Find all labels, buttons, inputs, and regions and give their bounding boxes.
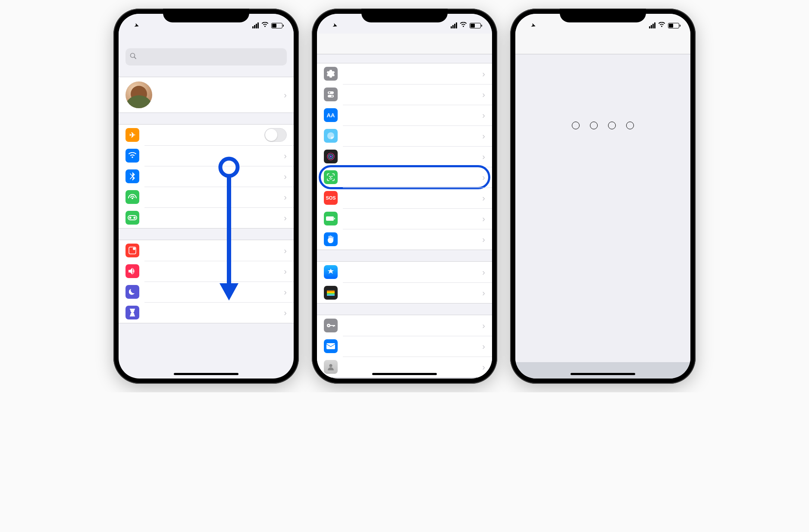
chevron-right-icon: ›: [284, 151, 287, 161]
search-icon: [130, 53, 137, 61]
svg-rect-22: [327, 293, 335, 294]
wifi-icon: [261, 22, 269, 29]
siri-icon: [324, 150, 338, 163]
chevron-right-icon: ›: [284, 213, 287, 223]
siri-row[interactable]: ›: [317, 146, 492, 167]
svg-rect-17: [326, 216, 334, 221]
passcode-dot: [626, 122, 634, 129]
chevron-right-icon: ›: [482, 131, 485, 141]
page-title: [119, 34, 294, 48]
battery-row[interactable]: ›: [317, 208, 492, 229]
svg-point-30: [329, 364, 332, 367]
chevron-right-icon: ›: [482, 193, 485, 203]
airplane-icon: ✈: [125, 128, 139, 142]
phone-frame-2: ➤ ›: [312, 9, 497, 384]
hourglass-icon: [125, 306, 139, 319]
wallet-row[interactable]: ›: [317, 282, 492, 303]
face-id-icon: [324, 170, 338, 184]
svg-rect-23: [327, 294, 335, 296]
svg-rect-27: [333, 325, 334, 327]
wifi-icon: [658, 22, 665, 29]
chevron-right-icon: ›: [284, 172, 287, 182]
cellular-signal-icon: [252, 22, 259, 28]
home-indicator[interactable]: [372, 373, 437, 375]
notch: [560, 9, 646, 22]
svg-point-9: [329, 92, 330, 94]
cellular-row[interactable]: ›: [119, 187, 294, 207]
svg-rect-18: [334, 218, 335, 219]
chevron-right-icon: ›: [284, 90, 287, 100]
svg-rect-29: [326, 343, 335, 349]
notifications-section: › › ›: [119, 240, 294, 323]
svg-rect-21: [327, 292, 335, 293]
dnd-row[interactable]: ›: [119, 282, 294, 302]
privacy-row[interactable]: ›: [317, 229, 492, 250]
wallpaper-row[interactable]: ›: [317, 125, 492, 146]
chevron-right-icon: ›: [482, 235, 485, 244]
chevron-right-icon: ›: [482, 110, 485, 120]
profile-section: ›: [119, 77, 294, 113]
passcode-dot: [590, 122, 598, 129]
status-indicators: [451, 22, 481, 29]
svg-point-14: [330, 156, 332, 158]
home-indicator[interactable]: [571, 373, 635, 375]
passcode-dot: [608, 122, 616, 129]
passcode-dot: [572, 122, 580, 129]
itunes-row[interactable]: ›: [317, 262, 492, 282]
chevron-right-icon: ›: [482, 341, 485, 351]
status-time: ➤: [530, 22, 536, 28]
chevron-right-icon: ›: [482, 214, 485, 224]
sounds-icon: [125, 264, 139, 278]
sounds-row[interactable]: ›: [119, 261, 294, 282]
battery-icon: [470, 23, 481, 28]
passwords-row[interactable]: ›: [317, 315, 492, 336]
nav-bar: [515, 34, 690, 54]
chevron-right-icon: ›: [284, 246, 287, 256]
control-center-row[interactable]: ›: [317, 84, 492, 105]
wifi-row[interactable]: ›: [119, 145, 294, 166]
screentime-row[interactable]: ›: [119, 302, 294, 323]
app-store-icon: [324, 265, 338, 279]
avatar: [125, 81, 152, 108]
svg-rect-26: [330, 325, 335, 326]
apple-id-row[interactable]: ›: [119, 77, 294, 113]
battery-icon: [271, 23, 282, 28]
phone-frame-3: ➤: [510, 9, 696, 384]
airplane-mode-row[interactable]: ✈: [119, 125, 294, 145]
general-row[interactable]: ›: [317, 63, 492, 84]
search-input[interactable]: [125, 48, 287, 66]
mail-row[interactable]: ›: [317, 336, 492, 357]
mail-icon: [324, 339, 338, 353]
hotspot-row[interactable]: ›: [119, 207, 294, 228]
settings-content[interactable]: › ✈ ›: [119, 34, 294, 379]
chevron-right-icon: ›: [482, 69, 485, 79]
hand-icon: [324, 232, 338, 246]
passcode-body: [515, 54, 690, 362]
connectivity-section: ✈ › ›: [119, 124, 294, 228]
bluetooth-row[interactable]: ›: [119, 166, 294, 187]
notch: [361, 9, 448, 22]
svg-rect-7: [328, 91, 334, 94]
status-indicators: [649, 22, 679, 29]
settings-content[interactable]: › › AA ›: [317, 54, 492, 379]
svg-point-16: [332, 176, 332, 177]
notifications-row[interactable]: ›: [119, 240, 294, 261]
chevron-right-icon: ›: [284, 308, 287, 318]
svg-point-15: [329, 176, 330, 177]
cellular-signal-icon: [649, 22, 655, 28]
display-row[interactable]: AA ›: [317, 105, 492, 125]
emergency-sos-row[interactable]: SOS ›: [317, 188, 492, 208]
battery-settings-icon: [324, 212, 338, 225]
phone-frame-1: ➤: [113, 9, 299, 384]
numeric-keypad: [515, 362, 690, 379]
chevron-right-icon: ›: [482, 362, 485, 372]
home-indicator[interactable]: [174, 373, 238, 375]
location-icon: ➤: [134, 22, 140, 29]
chevron-right-icon: ›: [482, 321, 485, 331]
face-id-row[interactable]: ›: [317, 167, 492, 188]
wifi-settings-icon: [125, 149, 139, 163]
status-indicators: [252, 22, 282, 29]
airplane-toggle[interactable]: [264, 128, 287, 142]
svg-line-1: [135, 57, 136, 59]
svg-rect-28: [334, 325, 335, 326]
